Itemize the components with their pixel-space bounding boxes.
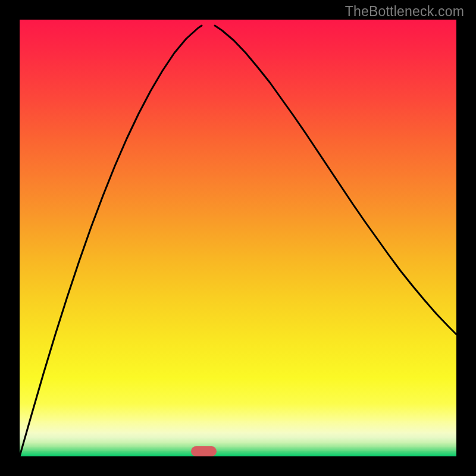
chart-frame: TheBottleneck.com — [0, 0, 476, 476]
curve-left-curve — [20, 26, 202, 456]
curve-right-curve — [215, 26, 456, 334]
plot-area — [20, 20, 456, 456]
curve-layer — [20, 20, 456, 456]
watermark-text: TheBottleneck.com — [345, 4, 464, 20]
